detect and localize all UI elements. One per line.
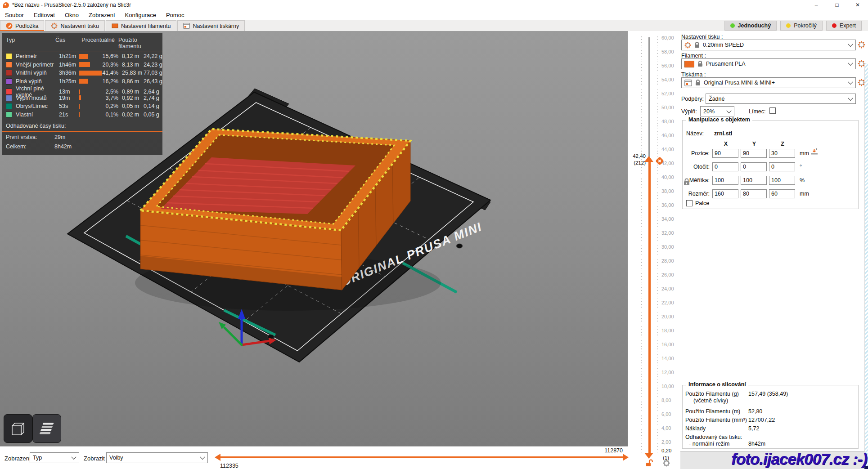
layer-tick-label: 46,00 bbox=[661, 133, 674, 138]
printer-select[interactable]: Original Prusa MINI & MINI+ bbox=[681, 77, 856, 88]
layer-slider-track-upper[interactable] bbox=[648, 37, 650, 161]
layer-slider[interactable]: 60,0058,0056,0054,0052,0050,0048,0046,00… bbox=[628, 31, 680, 469]
filament-label: Filament : bbox=[681, 53, 706, 59]
layer-slider-upper-handle[interactable] bbox=[644, 156, 653, 162]
feature-percent-cell: 0,1% bbox=[79, 112, 122, 118]
scale-lock-icon[interactable] bbox=[684, 178, 690, 186]
tab-nastaven-filamentu[interactable]: Nastavení filamentu bbox=[106, 20, 176, 31]
menu-item-okno[interactable]: Okno bbox=[60, 10, 84, 20]
infill-select[interactable]: 20% bbox=[700, 106, 734, 116]
axis-header-z: Z bbox=[778, 141, 787, 147]
tab-nastaven-tisku[interactable]: Nastavení tisku bbox=[45, 20, 104, 31]
legend-total-row: Celkem: 8h42m bbox=[2, 141, 162, 151]
percent-bar bbox=[79, 71, 102, 76]
feature-weight: 26,43 g bbox=[144, 78, 166, 85]
manip-label-oto-it: Otočit: bbox=[684, 164, 710, 170]
layer-ruler-ticks-right bbox=[657, 36, 658, 455]
feature-percent: 20,3% bbox=[103, 62, 118, 68]
manip-m-tka-x-input[interactable] bbox=[712, 176, 738, 185]
print-settings-select[interactable]: 0.20mm SPEED bbox=[681, 40, 856, 50]
move-slider-track[interactable] bbox=[220, 456, 623, 458]
legend-row-perimetr: Perimetr1h21m15,6%8,12 m24,22 g bbox=[2, 52, 162, 61]
feature-percent: 0,1% bbox=[106, 112, 119, 118]
drop-to-bed-icon[interactable] bbox=[810, 148, 818, 155]
manip-oto-it-y-input[interactable] bbox=[741, 162, 767, 171]
supports-label: Podpěry: bbox=[681, 96, 704, 102]
manip-rozm-r-z-input[interactable] bbox=[769, 189, 795, 198]
supports-select[interactable]: Žádné bbox=[706, 94, 856, 104]
layer-tick-label: 44,00 bbox=[661, 147, 674, 152]
slider-settings-gear-icon[interactable] bbox=[663, 460, 670, 467]
close-button[interactable]: ✕ bbox=[847, 0, 868, 10]
layer-tick-label: 4,00 bbox=[661, 425, 671, 431]
manip-label-pozice: Pozice: bbox=[684, 150, 710, 156]
menu-item-zobrazen[interactable]: Zobrazení bbox=[84, 10, 120, 20]
manip-oto-it-x-input[interactable] bbox=[712, 162, 738, 171]
manip-pozice-z-input[interactable] bbox=[769, 149, 795, 158]
feature-color-swatch bbox=[6, 70, 12, 76]
legend-first-layer-row: První vrstva: 29m bbox=[2, 132, 162, 141]
layer-tick-label: 52,00 bbox=[661, 91, 674, 96]
feature-percent: 2,5% bbox=[106, 89, 119, 95]
editor-view-thumbnail[interactable] bbox=[4, 414, 32, 443]
move-slider-max: 112870 bbox=[571, 447, 623, 454]
feature-time: 19m bbox=[59, 95, 79, 101]
menu-item-soubor[interactable]: Soubor bbox=[0, 10, 29, 20]
feature-time: 21s bbox=[59, 112, 79, 118]
panel-scrollbar[interactable] bbox=[864, 63, 868, 466]
view-mode-select[interactable]: Typ bbox=[30, 452, 79, 463]
filament-select[interactable]: Prusament PLA bbox=[681, 58, 856, 69]
mode-switcher: JednoduchýPokročilýExpert bbox=[724, 20, 868, 31]
mode-label: Pokročilý bbox=[794, 22, 817, 29]
maximize-button[interactable]: □ bbox=[827, 0, 847, 10]
manip-oto-it-z-input[interactable] bbox=[769, 162, 795, 171]
layer-slider-track-selected[interactable] bbox=[648, 161, 651, 454]
bottom-toolbar: Zobrazení Typ Zobrazit Volby 112870 1123… bbox=[0, 446, 628, 469]
tab-label: Nastavení filamentu bbox=[121, 23, 171, 29]
percent-bar bbox=[79, 112, 80, 117]
inches-checkbox[interactable] bbox=[686, 200, 693, 206]
tab-nastaven-tisk-rny[interactable]: Nastavení tiskárny bbox=[177, 20, 245, 31]
mode-button-jednoduch[interactable]: Jednoduchý bbox=[724, 21, 777, 31]
feature-color-swatch bbox=[6, 103, 12, 109]
layer-ruler-ticks-left bbox=[641, 36, 642, 455]
layer-tick-label: 16,00 bbox=[661, 342, 674, 347]
axis-header-y: Y bbox=[750, 141, 759, 147]
percent-bar bbox=[79, 79, 88, 84]
move-slider-right-handle[interactable] bbox=[623, 454, 629, 461]
legend-col-typ: Typ bbox=[6, 37, 55, 49]
show-select[interactable]: Volby bbox=[106, 452, 208, 463]
feature-type: Výplň mostů bbox=[16, 95, 59, 101]
menu-item-konfigurace[interactable]: Konfigurace bbox=[120, 10, 161, 20]
menu-item-editovat[interactable]: Editovat bbox=[29, 10, 60, 20]
layer-tick-label: 20,00 bbox=[661, 314, 674, 319]
menu-item-pomoc[interactable]: Pomoc bbox=[161, 10, 189, 20]
manip-rozm-r-x-input[interactable] bbox=[712, 189, 738, 198]
tab-podlo-ka[interactable]: Podložka bbox=[0, 20, 44, 31]
est-time-label: Odhadovaný čas tisku: bbox=[685, 434, 742, 440]
legend-row-vlastn: Vlastní21s0,1%0,02 m0,05 g bbox=[2, 111, 162, 119]
unlock-icon[interactable] bbox=[646, 459, 653, 467]
feature-color-swatch bbox=[6, 78, 12, 85]
mode-button-pokro-il[interactable]: Pokročilý bbox=[780, 21, 823, 31]
manip-m-tka-z-input[interactable] bbox=[769, 176, 795, 185]
slicing-info-title: Informace o slicování bbox=[686, 381, 748, 388]
layer-slider-lower-handle[interactable] bbox=[644, 453, 653, 459]
minimize-button[interactable]: – bbox=[806, 0, 827, 10]
manip-pozice-x-input[interactable] bbox=[712, 149, 738, 158]
preview-view-thumbnail[interactable] bbox=[32, 414, 61, 443]
manip-rozm-r-y-input[interactable] bbox=[741, 189, 767, 198]
legend-row-pln-v-pl: Plná výplň1h25m16,2%8,86 m26,43 g bbox=[2, 77, 162, 86]
gear-icon bbox=[684, 42, 691, 49]
manip-unit: mm bbox=[800, 150, 809, 156]
mode-button-expert[interactable]: Expert bbox=[826, 21, 862, 31]
object-name-value: zrni.stl bbox=[714, 130, 732, 137]
3d-viewport[interactable]: ORIGINAL PRUSA MINI bbox=[0, 31, 628, 446]
print-settings-gear-button[interactable] bbox=[858, 41, 865, 49]
manip-m-tka-y-input[interactable] bbox=[741, 176, 767, 185]
total-time-value: 8h42m bbox=[54, 143, 159, 150]
tab-label: Nastavení tiskárny bbox=[193, 23, 239, 29]
brim-checkbox[interactable] bbox=[769, 107, 776, 114]
manip-pozice-y-input[interactable] bbox=[741, 149, 767, 158]
axis-header-x: X bbox=[721, 141, 730, 147]
